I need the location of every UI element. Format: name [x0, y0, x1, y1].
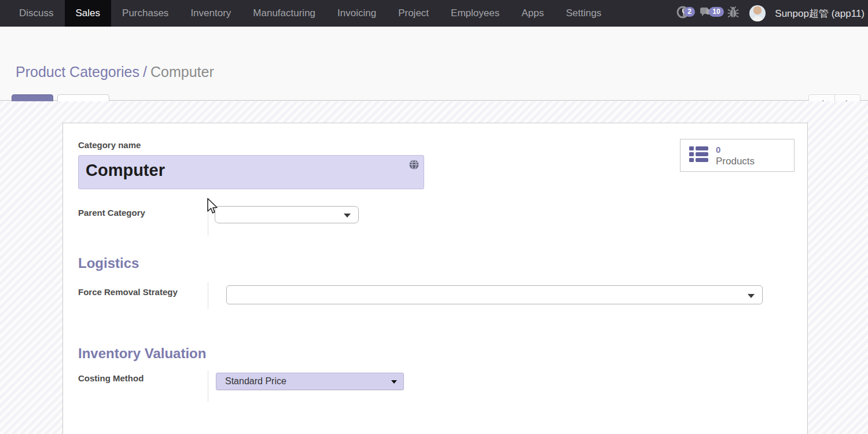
list-icon	[689, 145, 708, 166]
nav-item-inventory[interactable]: Inventory	[179, 0, 242, 27]
user-menu[interactable]: Sunpop超管 (app11)	[775, 7, 865, 20]
bug-icon	[727, 6, 739, 21]
nav-item-apps[interactable]: Apps	[510, 0, 555, 27]
nav-item-discuss[interactable]: Discuss	[8, 0, 65, 27]
nav-item-purchases[interactable]: Purchases	[111, 0, 179, 27]
category-name-input[interactable]	[78, 155, 424, 189]
activity-count-badge: 2	[684, 7, 695, 17]
nav-item-settings[interactable]: Settings	[555, 0, 612, 27]
products-label: Products	[716, 156, 755, 167]
products-count: 0	[716, 144, 755, 156]
message-count-badge: 10	[709, 7, 723, 17]
navbar-systray: 2 10	[676, 0, 865, 27]
caret-down-icon	[344, 214, 351, 218]
user-avatar[interactable]	[749, 5, 766, 21]
costing-method-label: Costing Method	[78, 373, 144, 383]
label-field-separator	[208, 282, 208, 309]
nav-item-invoicing[interactable]: Invoicing	[326, 0, 387, 27]
logistics-section-title: Logistics	[78, 255, 139, 271]
parent-category-combobox[interactable]	[215, 206, 359, 223]
app-menu: Discuss Sales Purchases Inventory Manufa…	[0, 0, 612, 27]
debug-menu[interactable]	[727, 6, 741, 21]
globe-icon[interactable]	[409, 160, 419, 170]
breadcrumb-current: Computer	[150, 64, 214, 80]
control-panel: Product Categories/Computer Save Discard…	[0, 27, 868, 101]
caret-down-icon	[748, 294, 755, 298]
messages-menu[interactable]: 10	[700, 6, 719, 21]
top-navbar: Discuss Sales Purchases Inventory Manufa…	[0, 0, 868, 27]
breadcrumb-separator: /	[139, 64, 150, 80]
nav-item-employees[interactable]: Employees	[440, 0, 510, 27]
nav-item-project[interactable]: Project	[387, 0, 440, 27]
nav-item-manufacturing[interactable]: Manufacturing	[242, 0, 326, 27]
activities-menu[interactable]: 2	[676, 6, 692, 21]
nav-item-sales[interactable]: Sales	[65, 0, 112, 27]
label-field-separator	[208, 206, 208, 236]
inventory-valuation-section-title: Inventory Valuation	[78, 345, 206, 362]
parent-category-label: Parent Category	[78, 208, 145, 218]
costing-method-value: Standard Price	[225, 376, 286, 387]
products-stat-button[interactable]: 0 Products	[680, 139, 795, 172]
caret-down-icon	[391, 380, 397, 384]
form-sheet: Category name Parent Category Logistics …	[62, 123, 808, 434]
breadcrumb-parent-link[interactable]: Product Categories	[16, 64, 139, 80]
force-removal-strategy-combobox[interactable]	[226, 285, 763, 304]
costing-method-select[interactable]: Standard Price	[216, 373, 404, 390]
force-removal-strategy-label: Force Removal Strategy	[78, 287, 178, 297]
breadcrumb: Product Categories/Computer	[16, 64, 214, 80]
category-name-label: Category name	[78, 140, 141, 150]
label-field-separator	[208, 371, 208, 402]
